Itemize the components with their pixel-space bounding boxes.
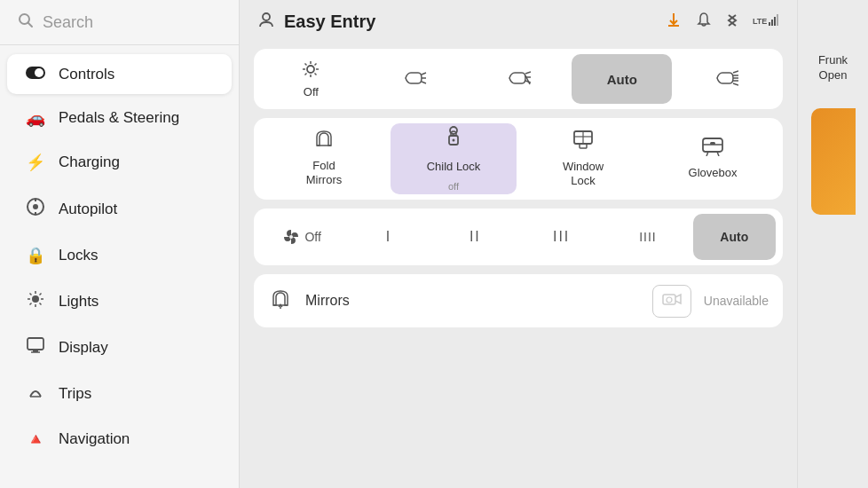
svg-point-63 xyxy=(289,235,293,239)
light-off-button[interactable]: Off xyxy=(261,54,361,104)
fan-4-button[interactable]: IIII xyxy=(606,214,689,260)
trips-icon xyxy=(25,382,46,405)
svg-point-67 xyxy=(667,297,672,303)
lights-label: Lights xyxy=(59,293,99,311)
svg-rect-26 xyxy=(771,20,773,26)
person-icon xyxy=(257,11,275,33)
fan-2-label: II xyxy=(470,229,481,245)
fan-1-label: I xyxy=(386,229,391,245)
navigation-label: Navigation xyxy=(59,430,130,448)
charging-label: Charging xyxy=(59,153,120,171)
frunk-label: Frunk xyxy=(818,53,848,67)
charging-icon: ⚡ xyxy=(25,153,46,172)
sidebar-item-controls[interactable]: Controls xyxy=(7,54,232,94)
unavailable-label: Unavailable xyxy=(704,294,769,308)
svg-point-8 xyxy=(32,295,39,303)
low-beam-button[interactable] xyxy=(469,54,569,104)
svg-line-37 xyxy=(305,74,307,75)
svg-text:LTE: LTE xyxy=(753,17,767,26)
lights-icon xyxy=(25,290,46,312)
child-lock-button[interactable]: Child Lock off xyxy=(391,123,517,194)
fan-speed-row: Off I II III IIII Auto xyxy=(254,209,783,265)
sidebar-item-trips[interactable]: Trips xyxy=(7,372,232,415)
side-panel: Frunk Open xyxy=(797,0,868,488)
sidebar-item-navigation[interactable]: 🔺 Navigation xyxy=(7,419,232,460)
svg-rect-27 xyxy=(774,17,776,26)
sidebar-item-lights[interactable]: Lights xyxy=(7,279,232,323)
svg-rect-60 xyxy=(710,142,715,145)
download-icon xyxy=(666,12,682,32)
header: Easy Entry xyxy=(240,0,797,42)
main-content: Easy Entry xyxy=(240,0,797,488)
display-label: Display xyxy=(59,339,108,357)
fold-mirrors-label: FoldMirrors xyxy=(306,159,342,189)
parking-lights-icon xyxy=(402,69,427,90)
autopilot-icon xyxy=(25,197,46,221)
fan-auto-button[interactable]: Auto xyxy=(693,214,776,260)
light-controls-row: Off xyxy=(254,49,783,109)
svg-line-40 xyxy=(422,82,426,83)
low-beam-icon xyxy=(506,69,531,90)
sidebar-item-locks[interactable]: 🔒 Locks xyxy=(7,235,232,276)
fan-3-button[interactable]: III xyxy=(520,214,603,260)
glovebox-label: Glovebox xyxy=(689,166,738,181)
window-lock-icon xyxy=(572,129,595,154)
trips-label: Trips xyxy=(59,385,91,403)
svg-rect-17 xyxy=(28,338,43,350)
sidebar-item-autopilot[interactable]: Autopilot xyxy=(7,186,232,232)
door-controls-row: FoldMirrors Child Lock off xyxy=(254,118,783,200)
child-lock-sub-label: off xyxy=(448,180,459,193)
sidebar-item-charging[interactable]: ⚡ Charging xyxy=(7,142,232,183)
page-title: Easy Entry xyxy=(284,12,657,32)
display-icon xyxy=(25,337,46,358)
search-bar[interactable]: Search xyxy=(0,0,239,45)
light-auto-label: Auto xyxy=(607,72,637,87)
fan-1-button[interactable]: I xyxy=(347,214,430,260)
child-lock-icon xyxy=(442,125,465,154)
pedals-icon: 🚗 xyxy=(25,108,46,128)
svg-point-21 xyxy=(263,13,270,20)
svg-point-3 xyxy=(35,68,43,77)
content-area: Off xyxy=(240,42,797,488)
svg-line-15 xyxy=(40,294,42,295)
svg-rect-28 xyxy=(777,14,778,26)
bluetooth-icon xyxy=(726,12,738,32)
fan-off-button[interactable]: Off xyxy=(261,214,343,260)
fan-4-label: IIII xyxy=(639,230,657,244)
svg-point-5 xyxy=(33,204,38,209)
nav-items: Controls 🚗 Pedals & Steering ⚡ Charging … xyxy=(0,45,239,468)
search-label: Search xyxy=(43,13,93,32)
locks-icon: 🔒 xyxy=(25,246,46,265)
sidebar-item-pedals[interactable]: 🚗 Pedals & Steering xyxy=(7,98,232,138)
svg-line-36 xyxy=(315,64,317,66)
bell-icon xyxy=(696,12,712,32)
sidebar-item-display[interactable]: Display xyxy=(7,327,232,368)
svg-line-1 xyxy=(28,23,33,28)
pedals-label: Pedals & Steering xyxy=(59,109,179,127)
fold-mirrors-button[interactable]: FoldMirrors xyxy=(261,123,387,194)
fan-auto-label: Auto xyxy=(720,230,748,244)
parking-lights-button[interactable] xyxy=(365,54,465,104)
glovebox-button[interactable]: Glovebox xyxy=(650,123,776,194)
open-label: Open xyxy=(819,68,848,82)
fold-mirrors-icon xyxy=(312,130,335,153)
svg-point-29 xyxy=(307,66,314,73)
window-lock-button[interactable]: WindowLock xyxy=(520,123,646,194)
navigation-icon: 🔺 xyxy=(25,429,46,449)
svg-line-34 xyxy=(305,64,307,66)
svg-rect-57 xyxy=(580,144,587,148)
fan-off-label: Off xyxy=(283,229,320,245)
svg-line-45 xyxy=(733,71,738,73)
window-lock-label: WindowLock xyxy=(563,160,604,190)
sidebar: Search Controls 🚗 Pedals & Steering ⚡ Ch… xyxy=(0,0,240,488)
light-auto-button[interactable]: Auto xyxy=(572,54,672,104)
fan-off-text: Off xyxy=(304,230,320,244)
mirrors-row: Mirrors Unavailable xyxy=(254,274,783,327)
mirror-fold-icon xyxy=(268,289,293,313)
svg-line-14 xyxy=(40,303,42,305)
fan-3-label: III xyxy=(553,229,570,245)
high-beam-button[interactable] xyxy=(675,54,776,104)
light-off-label: Off xyxy=(304,85,319,98)
lte-indicator: LTE xyxy=(753,13,779,30)
fan-2-button[interactable]: II xyxy=(434,214,517,260)
